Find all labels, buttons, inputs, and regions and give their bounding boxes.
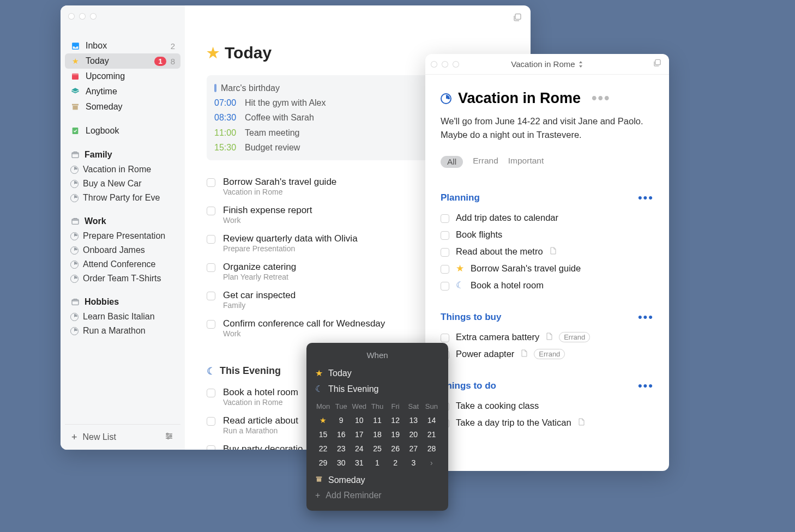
sidebar-anytime[interactable]: Anytime: [65, 84, 180, 99]
sidebar-someday[interactable]: Someday: [65, 99, 180, 114]
calendar-day[interactable]: 31: [350, 457, 368, 468]
traffic-lights[interactable]: [431, 61, 459, 68]
calendar-day[interactable]: 3: [405, 457, 423, 468]
calendar-day[interactable]: 29: [314, 457, 332, 468]
project-todo[interactable]: Book flights: [441, 229, 654, 240]
project-more-icon[interactable]: •••: [592, 90, 610, 107]
sidebar-upcoming-label: Upcoming: [86, 71, 125, 81]
calendar-day[interactable]: 15: [314, 429, 332, 440]
project-tags: All Errand Important: [441, 156, 654, 168]
section-more-icon[interactable]: •••: [638, 191, 654, 205]
calendar-day[interactable]: 12: [387, 415, 405, 426]
sidebar-project[interactable]: Throw Party for Eve: [65, 191, 180, 205]
project-icon: [70, 313, 79, 321]
note-icon: [578, 418, 585, 427]
checkbox[interactable]: [207, 389, 215, 397]
window-duplicate-icon[interactable]: [513, 13, 522, 24]
calendar-day[interactable]: 24: [350, 443, 368, 454]
calendar-day[interactable]: 26: [387, 443, 405, 454]
checkbox[interactable]: [441, 214, 449, 223]
popover-add-reminder[interactable]: +Add Reminder: [314, 488, 441, 503]
calendar-day[interactable]: ★: [314, 415, 332, 426]
project-todo[interactable]: Take a day trip to the Vatican: [441, 418, 654, 428]
calendar-day[interactable]: 18: [368, 429, 386, 440]
checkbox[interactable]: [207, 178, 215, 187]
sidebar-project[interactable]: Attend Conference: [65, 257, 180, 271]
calendar-day[interactable]: 16: [332, 429, 350, 440]
checkbox[interactable]: [207, 207, 215, 215]
tag-pill[interactable]: Errand: [559, 332, 590, 342]
traffic-lights[interactable]: [68, 13, 97, 20]
tag-important[interactable]: Important: [508, 156, 544, 168]
checkbox[interactable]: [207, 445, 215, 450]
section-more-icon[interactable]: •••: [638, 310, 654, 324]
sidebar-project[interactable]: Learn Basic Italian: [65, 310, 180, 324]
sidebar-project[interactable]: Run a Marathon: [65, 324, 180, 338]
checkbox[interactable]: [441, 231, 449, 240]
project-todo[interactable]: Read about the metro: [441, 246, 654, 257]
checkbox[interactable]: [441, 282, 449, 291]
calendar-day[interactable]: 9: [332, 415, 350, 426]
calendar-day[interactable]: 27: [405, 443, 423, 454]
calendar-day[interactable]: 30: [332, 457, 350, 468]
calendar-day[interactable]: 17: [350, 429, 368, 440]
popover-someday[interactable]: Someday: [314, 473, 441, 488]
popover-today[interactable]: ★Today: [314, 365, 441, 381]
project-todo[interactable]: ☾Book a hotel room: [441, 280, 654, 291]
checkbox[interactable]: [207, 235, 215, 244]
sidebar-area[interactable]: Family: [65, 147, 180, 162]
project-section-header[interactable]: Things to buy•••: [441, 310, 654, 324]
settings-icon[interactable]: [164, 431, 174, 443]
layers-icon: [70, 87, 80, 96]
sidebar-project[interactable]: Vacation in Rome: [65, 162, 180, 177]
calendar-day[interactable]: 10: [350, 415, 368, 426]
project-todo[interactable]: Power adapterErrand: [441, 349, 654, 359]
popover-evening[interactable]: ☾This Evening: [314, 381, 441, 397]
checkbox[interactable]: [207, 292, 215, 300]
tag-pill[interactable]: Errand: [534, 349, 565, 359]
checkbox[interactable]: [441, 248, 449, 257]
sidebar-project[interactable]: Buy a New Car: [65, 177, 180, 191]
calendar-day[interactable]: 11: [368, 415, 386, 426]
project-todo[interactable]: Add trip dates to calendar: [441, 213, 654, 223]
calendar-day[interactable]: 13: [405, 415, 423, 426]
project-section-header[interactable]: Planning•••: [441, 191, 654, 205]
sidebar-project[interactable]: Onboard James: [65, 243, 180, 257]
sidebar-project[interactable]: Prepare Presentation: [65, 229, 180, 243]
project-todo[interactable]: Take a cooking class: [441, 401, 654, 411]
new-list-button[interactable]: New List: [83, 432, 116, 442]
section-more-icon[interactable]: •••: [638, 379, 654, 393]
project-description[interactable]: We'll go from June 14-22 and visit Jane …: [441, 114, 654, 142]
calendar-day[interactable]: 1: [368, 457, 386, 468]
calendar-day[interactable]: ›: [423, 457, 441, 468]
sidebar-area[interactable]: Work: [65, 214, 180, 229]
calendar-day[interactable]: 28: [423, 443, 441, 454]
project-todo[interactable]: ★Borrow Sarah's travel guide: [441, 263, 654, 274]
calendar-day[interactable]: 19: [387, 429, 405, 440]
window-title[interactable]: Vacation in Rome: [511, 59, 583, 69]
calendar-day[interactable]: 22: [314, 443, 332, 454]
project-section-header[interactable]: Things to do•••: [441, 379, 654, 393]
sidebar-upcoming[interactable]: Upcoming: [65, 69, 180, 84]
project-todo[interactable]: Extra camera batteryErrand: [441, 332, 654, 342]
checkbox[interactable]: [441, 265, 449, 274]
calendar-day[interactable]: 25: [368, 443, 386, 454]
tag-all[interactable]: All: [441, 156, 463, 168]
sidebar-area[interactable]: Hobbies: [65, 294, 180, 310]
plus-icon[interactable]: +: [71, 432, 77, 443]
tag-errand[interactable]: Errand: [473, 156, 498, 168]
calendar-day[interactable]: 20: [405, 429, 423, 440]
calendar-day[interactable]: 21: [423, 429, 441, 440]
window-duplicate-icon[interactable]: [653, 59, 661, 69]
checkbox[interactable]: [441, 334, 449, 342]
sidebar-logbook[interactable]: Logbook: [65, 123, 180, 138]
sidebar-today[interactable]: ★ Today 1 8: [65, 53, 180, 69]
checkbox[interactable]: [207, 320, 215, 329]
checkbox[interactable]: [207, 417, 215, 426]
calendar-day[interactable]: 14: [423, 415, 441, 426]
calendar-day[interactable]: 23: [332, 443, 350, 454]
calendar-day[interactable]: 2: [387, 457, 405, 468]
sidebar-inbox[interactable]: Inbox 2: [65, 38, 180, 53]
checkbox[interactable]: [207, 263, 215, 272]
sidebar-project[interactable]: Order Team T-Shirts: [65, 271, 180, 286]
